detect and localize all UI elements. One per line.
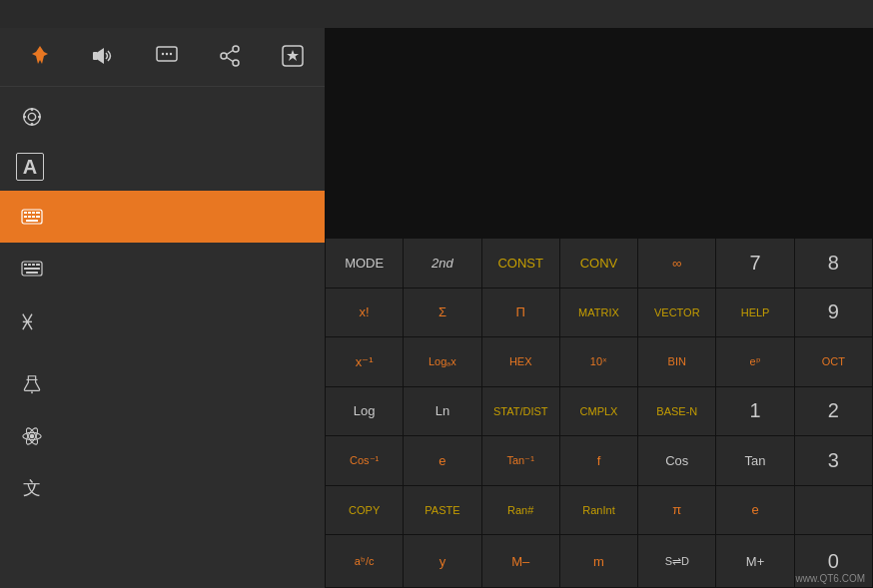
calc-btn-6-0[interactable]: aᵇ/c xyxy=(326,535,403,587)
calc-btn-1-0[interactable]: x! xyxy=(326,289,403,337)
tex-icon xyxy=(16,304,48,336)
calc-btn-0-1[interactable]: 2nd xyxy=(404,239,480,288)
calc-btn-3-3[interactable]: CMPLX xyxy=(560,387,637,436)
sidebar-item-chemistry-equations[interactable] xyxy=(0,358,325,410)
calc-btn-6-3[interactable]: m xyxy=(560,535,637,587)
svg-point-13 xyxy=(28,113,35,120)
calc-btn-4-4[interactable]: Cos xyxy=(638,436,715,485)
top-bar xyxy=(0,0,873,28)
calc-btn-5-6[interactable] xyxy=(795,486,872,535)
calc-btn-3-4[interactable]: BASE-N xyxy=(638,387,715,436)
sidebar-item-feedback[interactable] xyxy=(135,36,198,78)
calc-btn-0-5[interactable]: 7 xyxy=(716,239,793,288)
calc-btn-5-3[interactable]: RanInt xyxy=(560,486,637,535)
svg-line-9 xyxy=(227,51,233,55)
sidebar-item-tex[interactable] xyxy=(0,294,325,346)
chemistry-equations-icon xyxy=(16,368,48,400)
sidebar-item-rate[interactable] xyxy=(262,36,325,78)
calc-btn-6-2[interactable]: M– xyxy=(482,535,559,587)
calculator-display xyxy=(325,28,873,238)
calc-btn-2-5[interactable]: eᵖ xyxy=(716,337,793,386)
calc-btn-0-6[interactable]: 8 xyxy=(795,239,872,288)
sidebar: A xyxy=(0,28,325,588)
calc-btn-2-4[interactable]: BIN xyxy=(638,337,715,386)
calc-btn-1-2[interactable]: Π xyxy=(482,289,559,337)
svg-rect-1 xyxy=(93,52,98,60)
basic-keyboard-icon xyxy=(16,253,48,285)
svg-rect-32 xyxy=(36,264,40,266)
svg-point-15 xyxy=(31,123,34,126)
main-layout: A xyxy=(0,28,873,588)
calc-btn-6-4[interactable]: S⇌D xyxy=(638,535,715,587)
font-icon: A xyxy=(16,153,44,181)
sidebar-item-share[interactable] xyxy=(198,36,261,78)
chemistry-section-header xyxy=(0,346,325,358)
svg-rect-33 xyxy=(24,268,40,270)
calc-btn-1-6[interactable]: 9 xyxy=(795,289,872,337)
sound-icon xyxy=(87,40,119,72)
sidebar-item-full-keyboard[interactable] xyxy=(0,191,325,243)
sidebar-item-font[interactable]: A xyxy=(0,143,325,191)
svg-rect-22 xyxy=(36,212,40,214)
share-icon xyxy=(214,40,246,72)
calc-btn-2-0[interactable]: x⁻¹ xyxy=(326,337,403,386)
svg-rect-31 xyxy=(32,264,35,266)
svg-rect-30 xyxy=(28,264,31,266)
calc-btn-0-3[interactable]: CONV xyxy=(560,239,637,288)
calc-btn-6-6[interactable]: 0 xyxy=(795,535,872,587)
feedback-icon xyxy=(151,40,183,72)
calc-btn-3-1[interactable]: Ln xyxy=(404,387,480,436)
calculator-area: MODE2ndCONSTCONV∞78x!ΣΠMATRIXVECTORHELP9… xyxy=(325,28,873,588)
calc-btn-0-4[interactable]: ∞ xyxy=(638,239,715,288)
theme-icon xyxy=(16,101,48,133)
svg-rect-25 xyxy=(32,216,35,218)
sidebar-menu: A xyxy=(0,87,325,588)
calc-btn-5-2[interactable]: Ran# xyxy=(482,486,559,535)
sidebar-item-theme[interactable] xyxy=(0,91,325,143)
upgrade-icon xyxy=(24,40,56,72)
svg-line-10 xyxy=(227,58,233,62)
svg-rect-19 xyxy=(24,212,27,214)
calc-btn-2-6[interactable]: OCT xyxy=(795,337,872,386)
sidebar-item-basic-keyboard[interactable] xyxy=(0,243,325,294)
calc-btn-4-1[interactable]: e xyxy=(404,436,480,485)
calc-btn-3-2[interactable]: STAT/DIST xyxy=(482,387,559,436)
sidebar-top-icons xyxy=(0,28,325,87)
calc-btn-1-3[interactable]: MATRIX xyxy=(560,289,637,337)
sidebar-item-chemistry-atomic[interactable] xyxy=(0,410,325,462)
calc-btn-3-6[interactable]: 2 xyxy=(795,387,872,436)
svg-point-12 xyxy=(24,109,41,126)
svg-point-6 xyxy=(233,46,239,52)
calc-btn-5-0[interactable]: COPY xyxy=(326,486,403,535)
calc-btn-5-4[interactable]: π xyxy=(638,486,715,535)
calc-btn-4-6[interactable]: 3 xyxy=(795,436,872,485)
calc-btn-0-2[interactable]: CONST xyxy=(482,239,559,288)
svg-point-40 xyxy=(30,434,35,439)
svg-rect-23 xyxy=(24,216,27,218)
svg-point-8 xyxy=(233,60,239,66)
calc-btn-6-5[interactable]: M+ xyxy=(716,535,793,587)
calc-btn-2-1[interactable]: Logₐx xyxy=(404,337,480,386)
svg-marker-0 xyxy=(32,46,48,64)
calc-btn-6-1[interactable]: y xyxy=(404,535,480,587)
calc-btn-5-1[interactable]: PASTE xyxy=(404,486,480,535)
calc-btn-2-2[interactable]: HEX xyxy=(482,337,559,386)
calc-btn-3-5[interactable]: 1 xyxy=(716,387,793,436)
calc-btn-5-5[interactable]: e xyxy=(716,486,793,535)
calc-btn-2-3[interactable]: 10ˣ xyxy=(560,337,637,386)
chemistry-atomic-icon xyxy=(16,420,48,452)
calc-btn-4-3[interactable]: f xyxy=(560,436,637,485)
rate-icon xyxy=(277,40,309,72)
calc-btn-1-1[interactable]: Σ xyxy=(404,289,480,337)
sidebar-item-translate[interactable]: 文 xyxy=(0,462,325,514)
calc-btn-0-0[interactable]: MODE xyxy=(326,239,403,288)
calc-btn-3-0[interactable]: Log xyxy=(326,387,403,436)
sidebar-item-upgrade[interactable] xyxy=(8,36,71,78)
calc-btn-1-4[interactable]: VECTOR xyxy=(638,289,715,337)
calc-btn-4-5[interactable]: Tan xyxy=(716,436,793,485)
calc-btn-4-0[interactable]: Cos⁻¹ xyxy=(326,436,403,485)
calc-btn-1-5[interactable]: HELP xyxy=(716,289,793,337)
sidebar-item-sound[interactable] xyxy=(71,36,134,78)
calc-btn-4-2[interactable]: Tan⁻¹ xyxy=(482,436,559,485)
svg-rect-21 xyxy=(32,212,35,214)
